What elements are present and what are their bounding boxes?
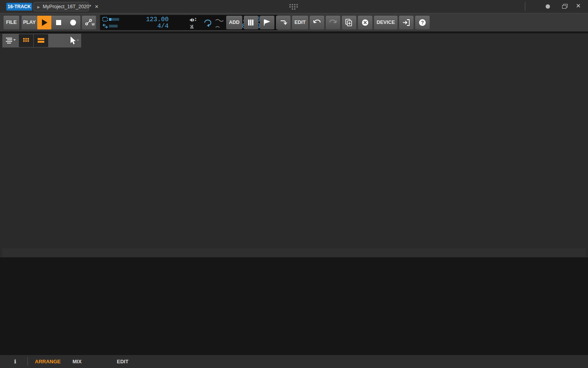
svg-text:w: w bbox=[91, 22, 95, 26]
svg-text:?: ? bbox=[421, 20, 424, 26]
